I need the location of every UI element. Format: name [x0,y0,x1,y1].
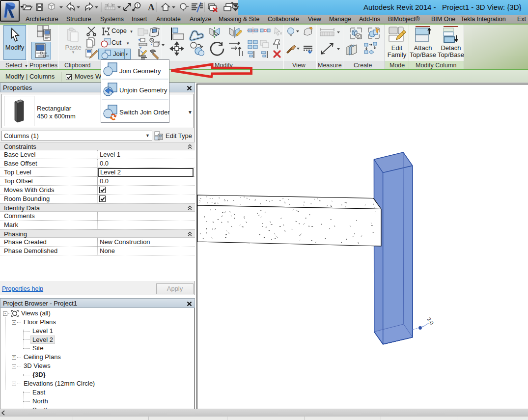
svg-text:1: 1 [136,3,139,8]
svg-text:A: A [148,2,155,12]
